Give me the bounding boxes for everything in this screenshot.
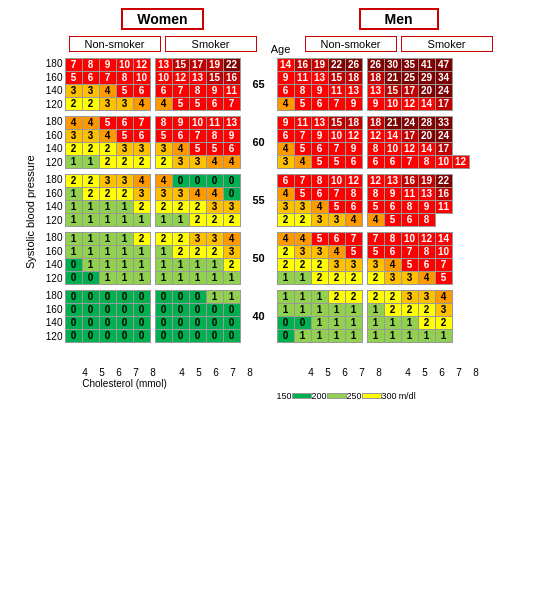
risk-cell: 20 bbox=[418, 129, 435, 142]
risk-cell: 4 bbox=[294, 155, 311, 168]
risk-cell: 9 bbox=[367, 97, 384, 110]
risk-cell: 3 bbox=[116, 97, 133, 110]
risk-cell: 11 bbox=[435, 200, 452, 213]
risk-cell: 3 bbox=[116, 142, 133, 155]
risk-cell: 6 bbox=[277, 174, 294, 187]
bp-label: 140 bbox=[39, 259, 63, 270]
chol-label: 6 bbox=[208, 367, 225, 378]
risk-cell: 9 bbox=[223, 129, 240, 142]
risk-cell: 6 bbox=[311, 187, 328, 200]
risk-cell: 0 bbox=[82, 303, 99, 316]
risk-cell: 4 bbox=[277, 232, 294, 245]
risk-cell: 3 bbox=[384, 271, 401, 284]
risk-cell: 1 bbox=[328, 316, 345, 329]
risk-cell: 10 bbox=[401, 232, 418, 245]
risk-cell: 3 bbox=[367, 258, 384, 271]
risk-cell: 2 bbox=[311, 258, 328, 271]
risk-cell: 10 bbox=[116, 58, 133, 71]
risk-cell: 3 bbox=[223, 245, 240, 258]
risk-cell: 2 bbox=[367, 290, 384, 303]
risk-cell: 3 bbox=[294, 245, 311, 258]
main-layout: Women Men Non-smoker Smoker Age Non-smok… bbox=[5, 8, 529, 401]
risk-cell: 2 bbox=[82, 174, 99, 187]
risk-cell: 2 bbox=[384, 303, 401, 316]
risk-cell: 0 bbox=[65, 329, 82, 342]
risk-cell: 11 bbox=[223, 84, 240, 97]
risk-cell: 4 bbox=[223, 155, 240, 168]
age-row: 1801601401200000000000000000000000011000… bbox=[39, 289, 470, 343]
risk-cell: 6 bbox=[206, 97, 223, 110]
risk-cell: 7 bbox=[328, 142, 345, 155]
chol-label: 8 bbox=[371, 367, 388, 378]
mmol-scale: 150 200 250 300 m/dl bbox=[277, 391, 416, 401]
risk-cell: 1 bbox=[345, 303, 362, 316]
risk-cell: 3 bbox=[401, 271, 418, 284]
risk-cell: 4 bbox=[155, 97, 172, 110]
risk-cell: 8 bbox=[367, 187, 384, 200]
bp-label: 160 bbox=[39, 246, 63, 257]
risk-cell: 4 bbox=[82, 116, 99, 129]
risk-cell: 1 bbox=[65, 187, 82, 200]
risk-cell: 9 bbox=[206, 84, 223, 97]
risk-cell: 0 bbox=[172, 290, 189, 303]
risk-cell: 1 bbox=[345, 316, 362, 329]
chol-label: 4 bbox=[174, 367, 191, 378]
page-container: Women Men Non-smoker Smoker Age Non-smok… bbox=[0, 0, 533, 405]
risk-cell: 18 bbox=[345, 71, 362, 84]
risk-cell: 1 bbox=[99, 213, 116, 226]
risk-cell: 1 bbox=[133, 258, 150, 271]
age-label: 50 bbox=[241, 252, 277, 264]
sub-headers: Non-smoker Smoker Age Non-smoker Smoker bbox=[63, 33, 499, 55]
risk-cell: 1 bbox=[65, 213, 82, 226]
risk-cell: 5 bbox=[345, 245, 362, 258]
risk-cell: 0 bbox=[206, 303, 223, 316]
risk-cell: 0 bbox=[65, 303, 82, 316]
risk-cell: 0 bbox=[116, 290, 133, 303]
risk-cell: 29 bbox=[418, 71, 435, 84]
risk-grid: 44567233452223311222 bbox=[277, 232, 363, 285]
men-title: Men bbox=[359, 8, 439, 30]
risk-cell: 1 bbox=[328, 303, 345, 316]
risk-cell: 5 bbox=[311, 155, 328, 168]
risk-cell: 3 bbox=[277, 200, 294, 213]
risk-cell: 24 bbox=[435, 129, 452, 142]
risk-cell: 1 bbox=[82, 200, 99, 213]
risk-cell: 0 bbox=[82, 271, 99, 284]
risk-cell: 2 bbox=[311, 271, 328, 284]
risk-cell: 3 bbox=[82, 129, 99, 142]
risk-cell: 12 bbox=[367, 129, 384, 142]
risk-cell: 2 bbox=[116, 187, 133, 200]
risk-cell: 3 bbox=[65, 84, 82, 97]
risk-cell: 13 bbox=[223, 116, 240, 129]
risk-cell: 2 bbox=[155, 155, 172, 168]
risk-cell: 17 bbox=[435, 142, 452, 155]
risk-cell: 5 bbox=[294, 142, 311, 155]
risk-cell: 0 bbox=[223, 316, 240, 329]
risk-cell: 12 bbox=[345, 129, 362, 142]
risk-cell: 2 bbox=[189, 245, 206, 258]
risk-cell: 8 bbox=[345, 187, 362, 200]
risk-cell: 1 bbox=[311, 329, 328, 342]
risk-cell: 5 bbox=[435, 271, 452, 284]
risk-cell: 0 bbox=[223, 303, 240, 316]
risk-cell: 7 bbox=[435, 258, 452, 271]
risk-cell: 9 bbox=[99, 58, 116, 71]
risk-cell: 4 bbox=[294, 232, 311, 245]
risk-cell: 0 bbox=[206, 329, 223, 342]
risk-cell: 3 bbox=[223, 200, 240, 213]
risk-cell: 0 bbox=[82, 290, 99, 303]
risk-cell: 1 bbox=[65, 200, 82, 213]
chol-label: 4 bbox=[77, 367, 94, 378]
risk-cell: 3 bbox=[418, 290, 435, 303]
risk-grid: 40000334402223311222 bbox=[155, 174, 241, 227]
risk-cell: 5 bbox=[155, 129, 172, 142]
risk-cell: 12 bbox=[345, 174, 362, 187]
risk-cell: 26 bbox=[345, 58, 362, 71]
body-area: Systolic blood pressure 1801601401207891… bbox=[23, 57, 470, 367]
risk-cell: 2 bbox=[82, 97, 99, 110]
risk-cell: 6 bbox=[367, 155, 384, 168]
bp-label: 140 bbox=[39, 85, 63, 96]
chol-label: 7 bbox=[225, 367, 242, 378]
risk-cell: 1 bbox=[367, 316, 384, 329]
risk-cell: 1 bbox=[384, 316, 401, 329]
